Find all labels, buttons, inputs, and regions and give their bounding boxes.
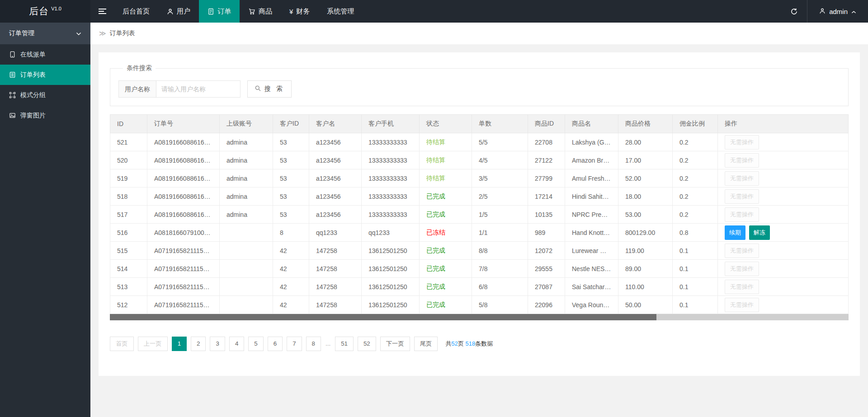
- search-button-label: 搜 索: [264, 85, 284, 93]
- page-ellipsis: ...: [325, 337, 331, 351]
- sidebar-section-orders[interactable]: 订单管理: [0, 23, 90, 44]
- cell-id: 512: [110, 296, 147, 314]
- sidebar-item-online-dispatch[interactable]: 在线派单: [0, 44, 90, 65]
- page-button[interactable]: 51: [335, 337, 354, 351]
- username-input[interactable]: [156, 80, 241, 98]
- nav-item-label: 商品: [259, 7, 272, 16]
- cell-price: 28.00: [618, 133, 673, 151]
- search-panel: 条件搜索 用户名称 搜 索: [110, 64, 849, 106]
- no-action-button: 无需操作: [725, 298, 759, 312]
- page-button[interactable]: 5: [248, 337, 263, 351]
- column-header: 客户手机: [362, 115, 420, 133]
- unfreeze-button[interactable]: 解冻: [749, 225, 770, 240]
- cell-ratio: 0.2: [673, 133, 718, 151]
- page-button[interactable]: 下一页: [380, 337, 410, 351]
- page-button[interactable]: 尾页: [414, 337, 438, 351]
- nav-item-products[interactable]: 商品: [240, 0, 281, 23]
- actions-cell: 无需操作: [718, 151, 849, 169]
- page-button[interactable]: 7: [287, 337, 302, 351]
- cell-order-no: A07191658211158839: [147, 278, 220, 296]
- top-navbar: 后台 V1.0 后台首页 用户 订单 商品 ¥ 财务 系统管理: [0, 0, 868, 23]
- cell-customer-name: 147258: [309, 296, 362, 314]
- cell-customer-name: a123456: [309, 187, 362, 206]
- cell-customer-id: 42: [273, 242, 309, 260]
- cell-product-name: Hand Knotte...: [565, 224, 618, 242]
- cell-customer-phone: 13612501250: [362, 278, 420, 296]
- nav-item-label: 系统管理: [327, 7, 354, 16]
- cell-customer-id: 53: [273, 151, 309, 169]
- menu-toggle-icon[interactable]: [90, 0, 114, 23]
- actions-cell: 无需操作: [718, 187, 849, 206]
- cell-customer-name: 147258: [309, 260, 362, 278]
- page-button[interactable]: 3: [210, 337, 225, 351]
- cart-icon: [248, 8, 255, 15]
- cell-price: 52.00: [618, 169, 673, 187]
- cell-count: 6/8: [472, 278, 528, 296]
- cell-order-no: A08191660886168152: [147, 206, 220, 224]
- actions-cell: 无需操作: [718, 296, 849, 314]
- image-icon: [9, 112, 16, 119]
- status-badge: 已完成: [426, 265, 445, 272]
- pagination-summary: 共52页 518条数据: [445, 340, 493, 348]
- cell-id: 517: [110, 206, 147, 224]
- actions-cell: 无需操作: [718, 242, 849, 260]
- column-header: 单数: [472, 115, 528, 133]
- column-header: 商品价格: [618, 115, 673, 133]
- page-button[interactable]: 6: [268, 337, 283, 351]
- cell-price: 18.00: [618, 187, 673, 206]
- status-cell: 已冻结: [420, 224, 472, 242]
- username-field-label: 用户名称: [118, 80, 156, 98]
- double-chevron-icon: ≫: [99, 29, 106, 37]
- cell-customer-phone: qq1233: [362, 224, 420, 242]
- sidebar-item-popup-image[interactable]: 弹窗图片: [0, 105, 90, 126]
- nav-item-finance[interactable]: ¥ 财务: [281, 0, 318, 23]
- sidebar-section-label: 订单管理: [9, 29, 34, 37]
- cell-product-id: 22708: [528, 133, 565, 151]
- sidebar-item-mode-group[interactable]: 模式分组: [0, 85, 90, 105]
- cell-id: 518: [110, 187, 147, 206]
- cell-parent-account: admina: [220, 169, 273, 187]
- nav-item-label: 后台首页: [123, 7, 150, 16]
- column-header: ID: [110, 115, 147, 133]
- page-button[interactable]: 52: [358, 337, 376, 351]
- page-button[interactable]: 4: [229, 337, 244, 351]
- app-logo: 后台 V1.0: [0, 0, 90, 23]
- cell-product-id: 989: [528, 224, 565, 242]
- status-cell: 已完成: [420, 296, 472, 314]
- page-button[interactable]: 2: [191, 337, 206, 351]
- no-action-button: 无需操作: [725, 280, 759, 294]
- cell-product-name: Nestle NESTE...: [565, 260, 618, 278]
- cell-product-name: Amul Fresh P...: [565, 169, 618, 187]
- cell-id: 520: [110, 151, 147, 169]
- horizontal-scrollbar-thumb[interactable]: [110, 314, 656, 320]
- cell-ratio: 0.1: [673, 296, 718, 314]
- nav-item-system[interactable]: 系统管理: [318, 0, 363, 23]
- nav-item-orders[interactable]: 订单: [199, 0, 240, 23]
- status-cell: 待结算: [420, 133, 472, 151]
- renew-button[interactable]: 续期: [725, 225, 745, 240]
- sidebar-item-order-list[interactable]: 订单列表: [0, 65, 90, 85]
- nav-item-users[interactable]: 用户: [158, 0, 199, 23]
- status-cell: 已完成: [420, 187, 472, 206]
- cell-parent-account: [220, 242, 273, 260]
- refresh-icon[interactable]: [781, 0, 807, 23]
- search-panel-title: 条件搜索: [123, 64, 156, 72]
- status-badge: 已完成: [426, 247, 445, 254]
- orders-table: ID订单号上级账号客户ID客户名客户手机状态单数商品ID商品名商品价格佣金比例操…: [110, 114, 849, 314]
- status-badge: 待结算: [426, 138, 445, 145]
- cell-product-name: Amazon Bran...: [565, 151, 618, 169]
- status-cell: 已完成: [420, 242, 472, 260]
- page-button[interactable]: 8: [306, 337, 321, 351]
- user-menu[interactable]: admin: [807, 0, 868, 23]
- cell-product-name: Sai Satcharitr...: [565, 278, 618, 296]
- app-title: 后台: [29, 5, 49, 18]
- chevron-up-icon: [851, 8, 856, 15]
- sidebar-item-label: 在线派单: [20, 51, 46, 59]
- nav-item-home[interactable]: 后台首页: [114, 0, 158, 23]
- navbar-right: admin: [781, 0, 868, 23]
- cell-product-name: Vega Round ...: [565, 296, 618, 314]
- no-action-button: 无需操作: [725, 189, 759, 204]
- search-button[interactable]: 搜 索: [247, 80, 292, 98]
- page-button[interactable]: 1: [172, 337, 187, 351]
- cell-price: 50.00: [618, 296, 673, 314]
